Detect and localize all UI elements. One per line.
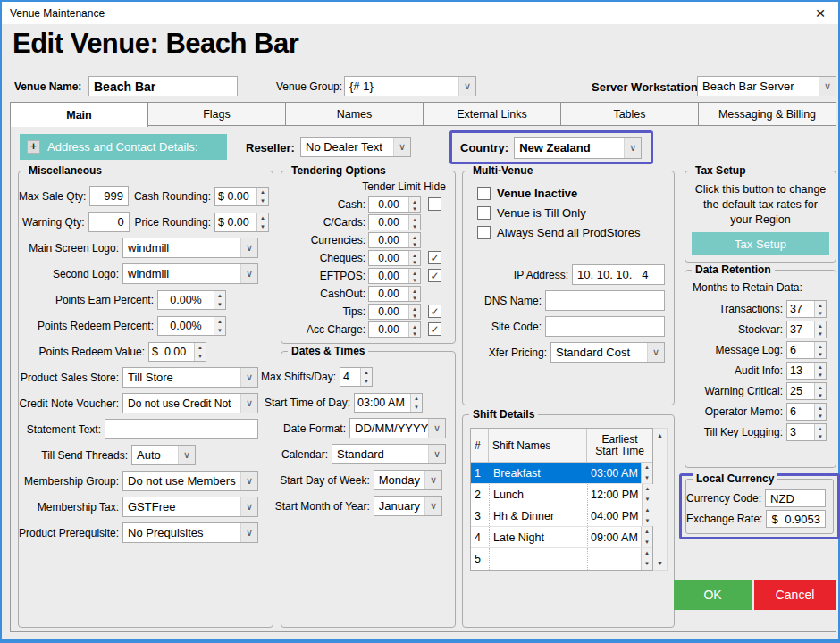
operator-memo-spinbox[interactable]: 6▲▼ bbox=[786, 403, 827, 421]
spinner[interactable]: ▲▼ bbox=[256, 213, 268, 231]
spinner[interactable]: ▲▼ bbox=[410, 394, 422, 412]
second-logo-select[interactable]: windmill ∨ bbox=[122, 263, 258, 284]
credit-note-voucher-select[interactable]: Do not use Credit Not ∨ bbox=[122, 393, 258, 413]
price-rounding-spinbox[interactable]: $ 0.00 ▲▼ bbox=[214, 213, 269, 232]
main-screen-logo-select[interactable]: windmill ∨ bbox=[122, 238, 258, 258]
spinner[interactable]: ▲▼ bbox=[814, 363, 826, 379]
currency-code-input[interactable]: NZD bbox=[765, 489, 826, 507]
acc-charge-hide-checkbox[interactable]: ✓ bbox=[428, 322, 441, 336]
spinner[interactable]: ▲▼ bbox=[408, 269, 420, 283]
exchange-rate-input[interactable]: $ 0.9053 bbox=[766, 510, 826, 528]
max-sale-qty-input[interactable]: 999 bbox=[89, 186, 129, 206]
calendar-select[interactable]: Standard ∨ bbox=[332, 444, 446, 464]
shift-row-3[interactable]: 3 Hh & Dinner 04:00 PM▲▼ bbox=[471, 505, 652, 527]
tab-messaging-billing[interactable]: Messaging & Billing bbox=[698, 102, 836, 126]
spinner[interactable]: ▲▼ bbox=[814, 322, 826, 338]
product-sales-store-select[interactable]: Till Store ∨ bbox=[122, 367, 258, 388]
site-code-input[interactable] bbox=[545, 316, 665, 337]
tab-main[interactable]: Main bbox=[10, 102, 148, 127]
spinner[interactable]: ▲▼ bbox=[408, 322, 420, 337]
cashout-limit-spinbox[interactable]: 0.00▲▼ bbox=[368, 286, 421, 302]
warning-qty-input[interactable]: 0 bbox=[88, 212, 130, 232]
max-shifts-spinbox[interactable]: 4 ▲▼ bbox=[340, 367, 373, 387]
tab-external-links[interactable]: External Links bbox=[423, 102, 561, 126]
spinner[interactable]: ▲▼ bbox=[814, 424, 826, 440]
venue-group-select[interactable]: {# 1} ∨ bbox=[344, 76, 476, 96]
ok-button[interactable]: OK bbox=[674, 580, 752, 610]
cash-rounding-spinbox[interactable]: $ 0.00 ▲▼ bbox=[214, 187, 269, 206]
currencies-limit-spinbox[interactable]: 0.00▲▼ bbox=[368, 232, 421, 248]
ip-address-input[interactable]: 10. 10. 10. 4 bbox=[572, 264, 665, 285]
stockvar-spinbox[interactable]: 37▲▼ bbox=[786, 321, 827, 338]
till-send-threads-select[interactable]: Auto ∨ bbox=[131, 445, 196, 465]
membership-tax-select[interactable]: GSTFree ∨ bbox=[122, 497, 258, 517]
spinner[interactable]: ▲▼ bbox=[641, 548, 652, 570]
tab-tables[interactable]: Tables bbox=[560, 102, 699, 126]
product-prerequisite-select[interactable]: No Prequisites ∨ bbox=[122, 522, 258, 543]
date-format-select[interactable]: DD/MM/YYYY ∨ bbox=[349, 418, 446, 438]
spinner[interactable]: ▲▼ bbox=[408, 305, 420, 319]
message-log-spinbox[interactable]: 6▲▼ bbox=[786, 341, 827, 359]
country-select[interactable]: New Zealand ∨ bbox=[514, 137, 642, 159]
acc-charge-limit-spinbox[interactable]: 0.00▲▼ bbox=[368, 322, 421, 338]
spinner[interactable]: ▲▼ bbox=[641, 463, 652, 483]
spinner[interactable]: ▲▼ bbox=[641, 527, 652, 547]
cash-hide-checkbox[interactable] bbox=[428, 197, 441, 211]
scroll-down-icon[interactable]: ▼ bbox=[653, 556, 667, 570]
shift-row-1[interactable]: 1 Breakfast 03:00 AM▲▼ bbox=[471, 463, 652, 484]
tips-hide-checkbox[interactable]: ✓ bbox=[428, 305, 441, 318]
spinner[interactable]: ▲▼ bbox=[814, 301, 826, 317]
tax-setup-button[interactable]: Tax Setup bbox=[692, 232, 829, 255]
spinner[interactable]: ▲▼ bbox=[814, 404, 826, 420]
shift-row-5[interactable]: 5 ▲▼ bbox=[471, 548, 652, 570]
cancel-button[interactable]: Cancel bbox=[754, 580, 836, 610]
address-contact-details-button[interactable]: + Address and Contact Details: bbox=[20, 134, 227, 160]
xfer-pricing-select[interactable]: Standard Cost ∨ bbox=[550, 342, 665, 363]
statement-text-input[interactable] bbox=[105, 419, 258, 439]
spinner[interactable]: ▲▼ bbox=[194, 343, 206, 361]
close-icon[interactable]: × bbox=[811, 4, 830, 21]
reseller-select[interactable]: No Dealer Text ∨ bbox=[300, 137, 411, 157]
shift-row-2[interactable]: 2 Lunch 12:00 PM▲▼ bbox=[471, 484, 652, 505]
warning-critical-spinbox[interactable]: 25▲▼ bbox=[786, 382, 827, 400]
spinner[interactable]: ▲▼ bbox=[408, 251, 420, 265]
start-month-select[interactable]: January ∨ bbox=[374, 496, 442, 516]
spinner[interactable]: ▲▼ bbox=[814, 383, 826, 399]
venue-till-only-checkbox[interactable] bbox=[477, 206, 491, 220]
transactions-spinbox[interactable]: 37▲▼ bbox=[786, 300, 827, 318]
audit-info-spinbox[interactable]: 13▲▼ bbox=[786, 362, 827, 380]
cheques-limit-spinbox[interactable]: 0.00▲▼ bbox=[368, 250, 421, 266]
spinner[interactable]: ▲▼ bbox=[642, 484, 653, 505]
points-redeem-value-spinbox[interactable]: $ 0.00 ▲▼ bbox=[148, 342, 206, 362]
till-key-logging-spinbox[interactable]: 3▲▼ bbox=[786, 423, 827, 441]
membership-group-select[interactable]: Do not use Members ∨ bbox=[122, 471, 258, 491]
spinner[interactable]: ▲▼ bbox=[214, 291, 225, 309]
spinner[interactable]: ▲▼ bbox=[814, 342, 826, 358]
eftpos-hide-checkbox[interactable]: ✓ bbox=[428, 269, 441, 282]
spinner[interactable]: ▲▼ bbox=[642, 505, 653, 526]
spinner[interactable]: ▲▼ bbox=[214, 317, 225, 335]
always-send-prodstores-checkbox[interactable] bbox=[477, 226, 491, 239]
dns-name-input[interactable] bbox=[545, 290, 665, 311]
eftpos-limit-spinbox[interactable]: 0.00▲▼ bbox=[368, 268, 421, 284]
shift-table-scrollbar[interactable]: ▲ ▼ bbox=[653, 428, 668, 571]
points-redeem-percent-spinbox[interactable]: 0.00% ▲▼ bbox=[157, 316, 226, 336]
start-day-select[interactable]: Monday ∨ bbox=[374, 470, 442, 490]
venue-name-input[interactable]: Beach Bar bbox=[88, 76, 238, 96]
cash-limit-spinbox[interactable]: 0.00▲▼ bbox=[368, 196, 421, 213]
cheques-hide-checkbox[interactable]: ✓ bbox=[428, 251, 441, 264]
ccards-limit-spinbox[interactable]: 0.00▲▼ bbox=[368, 214, 421, 230]
tab-flags[interactable]: Flags bbox=[147, 102, 286, 126]
venue-inactive-checkbox[interactable] bbox=[477, 187, 491, 200]
spinner[interactable]: ▲▼ bbox=[408, 215, 420, 230]
tips-limit-spinbox[interactable]: 0.00▲▼ bbox=[368, 304, 421, 320]
spinner[interactable]: ▲▼ bbox=[408, 197, 420, 212]
spinner[interactable]: ▲▼ bbox=[360, 368, 372, 386]
shift-row-4[interactable]: 4 Late Night 09:00 AM▲▼ bbox=[471, 527, 652, 548]
server-workstation-select[interactable]: Beach Bar Server ∨ bbox=[697, 76, 836, 96]
start-time-spinbox[interactable]: 03:00 AM ▲▼ bbox=[354, 393, 423, 413]
spinner[interactable]: ▲▼ bbox=[256, 188, 268, 205]
scroll-up-icon[interactable]: ▲ bbox=[653, 429, 667, 442]
points-earn-percent-spinbox[interactable]: 0.00% ▲▼ bbox=[157, 290, 226, 310]
spinner[interactable]: ▲▼ bbox=[408, 287, 420, 301]
